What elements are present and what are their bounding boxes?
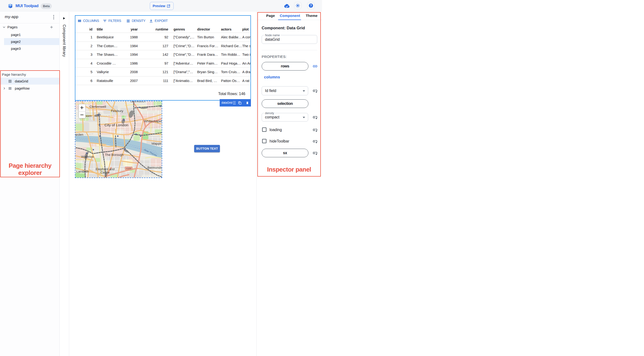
svg-text:Clerkenwell: Clerkenwell — [90, 105, 106, 108]
svg-text:City of London: City of London — [104, 123, 128, 127]
svg-text:arden: arden — [75, 133, 84, 136]
svg-text:A100: A100 — [126, 167, 131, 170]
svg-text:The Borough: The Borough — [105, 153, 124, 157]
svg-text:Waterloo: Waterloo — [81, 155, 94, 158]
svg-text:born: born — [85, 114, 92, 118]
svg-text:Elephant and: Elephant and — [96, 167, 115, 171]
svg-text:Castle: Castle — [100, 171, 110, 174]
svg-text:Wapping: Wapping — [152, 142, 162, 145]
svg-text:Finsbury: Finsbury — [111, 109, 123, 113]
svg-text:Whitechapel: Whitechapel — [144, 119, 162, 123]
svg-text:Shoreditch: Shoreditch — [130, 101, 146, 103]
svg-text:Bermondse: Bermondse — [148, 166, 162, 169]
svg-text:Lambeth: Lambeth — [76, 170, 89, 173]
